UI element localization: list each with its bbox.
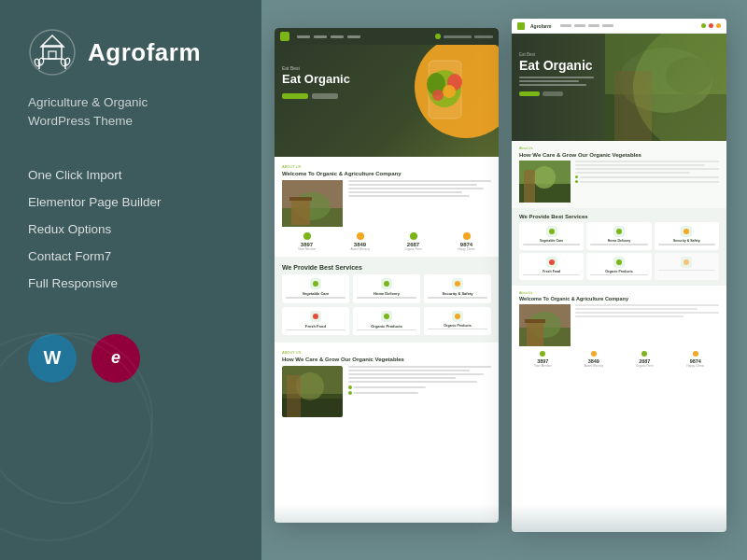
sc-service-card-6: Organic Products [424,307,491,336]
sc-about-content [282,180,491,227]
feature-item-5: Full Responsive [28,270,233,297]
sc-r-about-row [519,161,719,203]
sc-r-hero-big: Eat Organic [519,59,594,73]
sc-stat-4: 9874 Happy Clients [442,232,491,251]
sc-r-hero-text: Eat Best Eat Organic [519,52,594,96]
sc-service-card-1: Vegetable Care [282,274,349,303]
sc-r-service-card-4: Fresh Food [519,253,584,281]
sc-r-about: About Us How We Care & Grow Our Organic … [512,141,726,208]
sc-stats-row: 3897 Team Member 3849 Award Winning 2687… [282,232,491,251]
sc-nav [275,28,499,45]
svg-rect-20 [289,197,312,201]
hero-cta-2 [312,93,338,99]
sc-r-services-grid: Vegetable Care Home Delivery Security & … [519,222,719,280]
sc-r-about-label: About Us [519,147,719,150]
sc-service-card-5: Organic Products [353,307,420,336]
tagline: Agriculture & Organic WordPress Theme [28,93,233,132]
sc-r-dot-3 [716,23,721,28]
sc-r-about-title: How We Care & Grow Our Organic Vegetable… [519,152,719,158]
sc-r-welcome-text [575,304,719,346]
sc-service-card-4: Fresh Food [282,307,349,336]
sc-care-img-overlay [282,399,343,417]
sc-nav-links [297,35,360,38]
sc-r-stat-2: 3849 Award Winning [571,351,618,368]
sc-r-nav-right [701,23,721,28]
svg-rect-28 [614,71,652,141]
screenshot-left: Eat Best Eat Organic [275,28,499,523]
sc-r-hero-desc [519,77,594,86]
svg-point-14 [443,85,456,98]
sc-nav-link-4 [347,35,360,38]
sc-r-hero-small: Eat Best [519,52,594,57]
el-icon: e [111,348,120,368]
svg-point-29 [666,57,712,94]
sc-r-stat-4: 9874 Happy Clients [672,351,720,368]
sc-r-logo-icon [517,22,525,30]
wp-icon: W [44,347,62,369]
feature-item-1: One Click Import [28,161,233,189]
sc-r-services: We Provide Best Services Vegetable Care … [512,208,726,286]
sc-nav-text-2 [474,35,493,38]
sc-r-about-text [575,161,719,203]
svg-rect-19 [291,199,310,225]
sc-care-label: About Us [282,350,491,355]
sc-services: We Provide Best Services Vegetable Care … [275,257,499,343]
sc-nav-logo [280,32,289,41]
sc-stat-icon-4 [463,232,471,240]
svg-rect-3 [49,51,56,59]
hero-text-area: Eat Best Eat Organic [282,65,350,99]
sc-r-welcome-img [519,304,571,346]
sc-stat-icon-1 [303,232,311,240]
sc-about: About Us Welcome To Organic & Agricultur… [275,157,499,257]
svg-point-6 [37,57,44,65]
sc-nav-right [435,34,493,39]
left-panel: Agrofarm Agriculture & Organic WordPress… [0,0,261,560]
sc-nav-link-2 [314,35,327,38]
sc-services-grid: Vegetable Care Home Delivery Security & … [282,274,491,335]
sc-r-hero: Eat Best Eat Organic [512,34,726,141]
svg-point-15 [432,90,444,101]
hero-veggies-svg [410,56,480,131]
sc-r-service-card-1: Vegetable Care [519,222,584,250]
sc-r-nav: Agrofarm [512,19,726,34]
sc-r-about-img [519,161,571,203]
svg-marker-1 [41,35,63,47]
logo-area: Agrofarm [28,28,233,77]
sc-nav-text [444,35,472,38]
wordpress-badge: W [28,334,77,383]
sc-r-welcome: About Us Welcome To Organic & Agricultur… [512,286,726,373]
sc-about-label: About Us [282,164,491,169]
sc-r-stat-3: 2687 Organic Farm [621,351,669,368]
sc-hero: Eat Best Eat Organic [275,45,499,157]
sc-r-stat-1: 3897 Team Member [519,351,567,368]
sc-service-card-3: Security & Safety [424,274,491,303]
badge-row: W e [28,334,233,383]
hero-small-text: Eat Best [282,65,350,71]
sc-r-welcome-label: About Us [519,291,719,295]
svg-point-0 [30,30,75,75]
feature-item-3: Redux Options [28,216,233,243]
sc-stat-icon-3 [410,232,417,240]
sc-r-stats-row: 3897 Team Member 3849 Award Winning 2687… [519,351,719,368]
sc-stat-icon-2 [357,232,364,240]
svg-point-32 [533,166,556,189]
elementor-badge: e [92,334,140,383]
sc-phone-icon [435,34,441,39]
sc-r-service-card-6 [655,253,719,281]
sc-care-content [282,366,491,417]
sc-r-hero-btns [519,91,594,96]
svg-rect-33 [524,170,535,203]
features-list: One Click Import Elementor Page Builder … [28,161,233,297]
feature-item-4: Contact Form7 [28,243,233,270]
sc-r-dot-2 [709,23,713,28]
sc-stat-3: 2687 Organic Farm [388,232,438,251]
sc-r-welcome-title: Welcome To Organic & Agriculture Company [519,296,719,301]
svg-point-9 [63,57,70,65]
screenshot-right: Agrofarm [512,19,726,532]
sc-r-service-card-2: Home Delivery [586,222,651,250]
svg-rect-38 [525,319,545,323]
feature-item-2: Elementor Page Builder [28,189,233,216]
screenshots-area: Eat Best Eat Organic [261,0,747,560]
hero-cta-1 [282,93,308,99]
sc-r-dot-1 [701,23,706,28]
